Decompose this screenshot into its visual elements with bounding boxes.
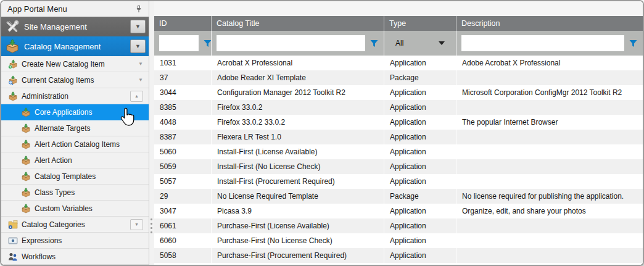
sidebar-item-alternate-targets[interactable]: Alternate Targets bbox=[1, 120, 149, 136]
sidebar-item-label: Create New Catalog Item bbox=[22, 60, 138, 69]
table-row[interactable]: 5059Install-First (No License Check)Appl… bbox=[154, 159, 643, 174]
sidebar-item-alert-action[interactable]: Alert Action bbox=[1, 152, 149, 168]
table-row[interactable]: 6061Purchase-First (License Available)Ap… bbox=[154, 218, 643, 233]
sidebar-item-catalog-management[interactable]: Catalog Management▼ bbox=[1, 36, 149, 56]
table-cell-title: Configuration Manager 2012 Toolkit R2 bbox=[211, 85, 384, 100]
filter-cell-id bbox=[154, 31, 211, 56]
chevron-down-icon[interactable]: ▼ bbox=[138, 62, 143, 67]
table-row[interactable]: 8387Flexera LR Test 1.0Application bbox=[154, 130, 643, 144]
sidebar-item-workflows[interactable]: Workflows bbox=[1, 249, 149, 265]
table-cell-id: 3047 bbox=[154, 204, 211, 218]
table-cell-type: Application bbox=[384, 159, 456, 174]
table-cell-title: Install-First (Procurement Required) bbox=[211, 174, 384, 189]
sidebar-item-label: Catalog Categories bbox=[22, 220, 130, 229]
sidebar-item-site-management[interactable]: Site Management▼ bbox=[1, 17, 149, 36]
sidebar-item-label: Catalog Templates bbox=[35, 172, 149, 181]
table-cell-id: 3044 bbox=[154, 85, 211, 100]
sidebar-item-core-applications[interactable]: Core Applications bbox=[1, 104, 149, 120]
table-cell-id: 5057 bbox=[154, 174, 211, 189]
column-header-type[interactable]: Type bbox=[384, 16, 456, 31]
table-cell-description: Microsoft Corporation ConfigMgr 2012 Too… bbox=[456, 85, 643, 100]
table-row[interactable]: 29No License Required TemplatePackageNo … bbox=[154, 189, 643, 204]
folder-gear-icon bbox=[7, 219, 18, 230]
table-cell-description: The popular Internet Browser bbox=[456, 115, 643, 130]
table-cell-title: Purchase-First (License Available) bbox=[211, 218, 384, 233]
table-row[interactable]: 5057Install-First (Procurement Required)… bbox=[154, 174, 643, 189]
table-cell-type: Application bbox=[384, 56, 456, 70]
table-row[interactable]: 4048Firefox 33.0.2 33.0.2ApplicationThe … bbox=[154, 115, 643, 130]
table-filter-row: All bbox=[154, 31, 643, 56]
chevron-up-icon[interactable]: ▲ bbox=[130, 91, 143, 102]
content-area: ID Catalog Title Type Description bbox=[154, 1, 643, 265]
package-icon bbox=[20, 123, 31, 133]
package-icon bbox=[4, 38, 20, 54]
table-row[interactable]: 5060Install-First (License Available)App… bbox=[154, 144, 643, 159]
table-cell-type: Application bbox=[384, 248, 456, 263]
sidebar-item-alert-action-catalog-items[interactable]: Alert Action Catalog Items bbox=[1, 136, 149, 152]
table-cell-id: 8385 bbox=[154, 100, 211, 115]
table-cell-id: 29 bbox=[154, 189, 211, 204]
sidebar-item-label: Custom Variables bbox=[35, 204, 149, 213]
sidebar-title: App Portal Menu bbox=[7, 4, 134, 14]
table-cell-description bbox=[456, 159, 643, 174]
table-cell-title: Firefox 33.0.2 bbox=[211, 100, 384, 115]
type-filter-select[interactable]: All bbox=[389, 39, 451, 48]
table-cell-description bbox=[456, 130, 643, 144]
table-row[interactable]: 8385Firefox 33.0.2Application bbox=[154, 100, 643, 115]
table-cell-title: Flexera LR Test 1.0 bbox=[211, 130, 384, 144]
table-row[interactable]: 5058Purchase-First (Procurement Required… bbox=[154, 248, 643, 263]
table-cell-title: Purchase-First (No License Check) bbox=[211, 233, 384, 248]
tools-icon bbox=[4, 19, 20, 35]
chevron-down-icon[interactable]: ▼ bbox=[138, 78, 143, 83]
sidebar-item-administration[interactable]: Administration▲ bbox=[1, 88, 149, 104]
column-header-description[interactable]: Description bbox=[456, 16, 643, 31]
sidebar-item-label: Site Management bbox=[24, 22, 130, 31]
sidebar-item-catalog-templates[interactable]: Catalog Templates bbox=[1, 168, 149, 185]
package-icon bbox=[20, 203, 31, 214]
sidebar-item-class-types[interactable]: Class Types bbox=[1, 185, 149, 201]
table-row[interactable]: 6060Purchase-First (No License Check)App… bbox=[154, 233, 643, 248]
table-cell-id: 6060 bbox=[154, 233, 211, 248]
sidebar-item-label: Catalog Management bbox=[24, 42, 130, 51]
filter-funnel-icon[interactable] bbox=[629, 39, 638, 48]
table-cell-description bbox=[456, 233, 643, 248]
sidebar-item-catalog-categories[interactable]: Catalog Categories▼ bbox=[1, 217, 149, 233]
description-filter-input[interactable] bbox=[461, 35, 624, 51]
table-cell-type: Application bbox=[384, 218, 456, 233]
table-cell-title: No License Required Template bbox=[211, 189, 384, 204]
pin-icon[interactable] bbox=[134, 4, 144, 14]
chevron-down-icon[interactable]: ▼ bbox=[130, 39, 146, 53]
table-row[interactable]: 3044Configuration Manager 2012 Toolkit R… bbox=[154, 85, 643, 100]
table-row[interactable]: 37Adobe Reader XI TemplatePackage bbox=[154, 70, 643, 85]
table-cell-title: Acrobat X Professional bbox=[211, 56, 384, 70]
table-cell-id: 37 bbox=[154, 70, 211, 85]
sidebar-item-expressions[interactable]: Expressions bbox=[1, 233, 149, 249]
sidebar-item-label: Alternate Targets bbox=[35, 124, 149, 133]
table-cell-type: Application bbox=[384, 85, 456, 100]
chevron-down-icon[interactable]: ▼ bbox=[130, 219, 143, 230]
splitter[interactable] bbox=[149, 1, 154, 265]
filter-funnel-icon[interactable] bbox=[370, 39, 379, 48]
table-cell-type: Application bbox=[384, 100, 456, 115]
table-cell-type: Application bbox=[384, 233, 456, 248]
package-add-icon bbox=[7, 59, 18, 69]
table-cell-type: Package bbox=[384, 189, 456, 204]
table-cell-id: 4048 bbox=[154, 115, 211, 130]
sidebar-item-custom-variables[interactable]: Custom Variables bbox=[1, 201, 149, 217]
table-cell-description bbox=[456, 100, 643, 115]
sidebar-item-current-catalog-items[interactable]: Current Catalog Items▼ bbox=[1, 72, 149, 88]
chevron-down-icon[interactable]: ▼ bbox=[130, 20, 146, 33]
package-icon bbox=[20, 107, 31, 117]
table-cell-type: Application bbox=[384, 115, 456, 130]
sidebar-item-label: Core Applications bbox=[35, 108, 149, 117]
column-header-id[interactable]: ID bbox=[154, 16, 211, 31]
sidebar-item-label: Expressions bbox=[22, 236, 149, 245]
table-cell-description: No license required for publishing the a… bbox=[456, 189, 643, 204]
table-row[interactable]: 1031Acrobat X ProfessionalApplicationAdo… bbox=[154, 56, 643, 70]
title-filter-input[interactable] bbox=[217, 35, 365, 51]
table-body: 1031Acrobat X ProfessionalApplicationAdo… bbox=[154, 56, 643, 265]
id-filter-input[interactable] bbox=[159, 35, 199, 51]
table-row[interactable]: 3047Picasa 3.9ApplicationOrganize, edit,… bbox=[154, 204, 643, 218]
column-header-title[interactable]: Catalog Title bbox=[211, 16, 384, 31]
sidebar-item-create-new-catalog-item[interactable]: Create New Catalog Item▼ bbox=[1, 56, 149, 72]
